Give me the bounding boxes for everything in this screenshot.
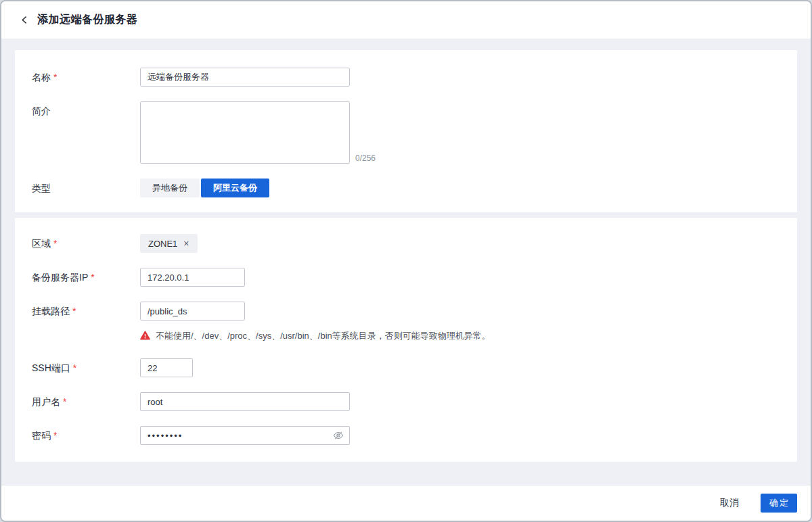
server-ip-label: 备份服务器IP* — [32, 268, 140, 287]
zone-tag: ZONE1 × — [140, 234, 198, 253]
password-label: 密码* — [32, 426, 140, 445]
mount-path-input[interactable] — [140, 302, 245, 321]
type-label: 类型 — [32, 179, 140, 197]
required-mark: * — [53, 430, 57, 441]
warning-text: 不能使用/、/dev、/proc、/sys、/usr/bin、/bin等系统目录… — [156, 330, 491, 342]
description-field-wrap: 0/256 — [140, 101, 376, 164]
form-content: 名称* 简介 0/256 类型 异地备份 阿里云备份 — [1, 39, 811, 485]
description-row: 简介 0/256 — [32, 101, 797, 164]
confirm-button[interactable]: 确定 — [761, 494, 797, 513]
password-visibility-toggle[interactable] — [333, 430, 344, 441]
required-mark: * — [73, 362, 76, 373]
required-mark: * — [72, 306, 76, 316]
type-option-offsite-backup[interactable]: 异地备份 — [140, 179, 200, 197]
type-toggle-group: 异地备份 阿里云备份 — [140, 179, 269, 197]
required-mark: * — [91, 272, 94, 283]
mount-path-field-wrap: 不能使用/、/dev、/proc、/sys、/usr/bin、/bin等系统目录… — [140, 302, 491, 343]
description-label: 简介 — [32, 101, 140, 120]
description-textarea[interactable] — [140, 101, 350, 164]
ssh-port-label: SSH端口* — [32, 358, 140, 377]
password-field-wrap — [140, 426, 350, 445]
username-row: 用户名* — [32, 392, 797, 411]
type-option-aliyun-backup[interactable]: 阿里云备份 — [201, 179, 269, 197]
basic-info-section: 名称* 简介 0/256 类型 异地备份 阿里云备份 — [15, 50, 797, 212]
warning-triangle-icon — [140, 331, 150, 343]
page-footer: 取消 确定 — [1, 485, 811, 521]
name-row: 名称* — [32, 68, 797, 87]
ssh-port-input[interactable] — [140, 358, 193, 377]
required-mark: * — [63, 396, 66, 407]
mount-path-row: 挂载路径* 不能使用/、/dev、/proc、/sys、/usr/bin、/bi… — [32, 302, 797, 343]
username-label: 用户名* — [32, 392, 140, 411]
back-button[interactable] — [20, 16, 29, 24]
server-ip-input[interactable] — [140, 268, 245, 287]
name-input[interactable] — [140, 68, 350, 87]
ssh-port-row: SSH端口* — [32, 358, 797, 377]
name-label: 名称* — [32, 68, 140, 87]
required-mark: * — [53, 72, 57, 82]
password-row: 密码* — [32, 426, 797, 445]
chevron-left-icon — [20, 16, 29, 24]
eye-slash-icon — [333, 431, 344, 443]
add-remote-backup-server-page: 添加远端备份服务器 名称* 简介 0/256 — [0, 0, 812, 522]
mount-path-warning: 不能使用/、/dev、/proc、/sys、/usr/bin、/bin等系统目录… — [140, 330, 491, 343]
zone-row: 区域* ZONE1 × — [32, 234, 797, 253]
zone-label: 区域* — [32, 234, 140, 253]
server-ip-row: 备份服务器IP* — [32, 268, 797, 287]
cancel-button[interactable]: 取消 — [716, 494, 743, 512]
server-config-section: 区域* ZONE1 × 备份服务器IP* 挂载路径* — [15, 218, 797, 462]
mount-path-label: 挂载路径* — [32, 302, 140, 321]
zone-remove-icon[interactable]: × — [183, 239, 189, 248]
page-title: 添加远端备份服务器 — [37, 13, 138, 27]
char-counter: 0/256 — [355, 153, 376, 164]
page-header: 添加远端备份服务器 — [1, 1, 811, 39]
zone-tag-text: ZONE1 — [148, 239, 177, 249]
type-row: 类型 异地备份 阿里云备份 — [32, 179, 797, 197]
password-input[interactable] — [140, 426, 350, 445]
required-mark: * — [53, 238, 57, 249]
username-input[interactable] — [140, 392, 350, 411]
